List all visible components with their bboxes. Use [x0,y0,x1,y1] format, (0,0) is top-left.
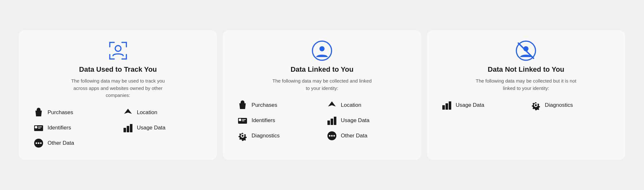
svg-point-13 [319,46,325,51]
track-items-grid: PurchasesLocationIdentifiersUsage DataOt… [30,107,206,148]
bar-chart-icon [123,123,133,133]
track-title: Data Used to Track You [79,65,157,74]
svg-rect-19 [331,119,333,125]
svg-rect-6 [127,126,129,132]
data-item-label-identifiers: Identifiers [48,125,71,131]
track-description: The following data may be used to track … [67,77,169,99]
svg-rect-3 [38,127,42,127]
svg-rect-28 [442,105,445,110]
svg-rect-17 [242,121,244,121]
data-item-diagnostics: Diagnostics [237,131,317,141]
data-item-label-usage-data: Usage Data [341,117,370,124]
bar-chart-icon [327,115,337,126]
svg-rect-16 [242,119,246,120]
ellipsis-icon [34,138,44,148]
track-icon [107,40,129,61]
card-track: Data Used to Track YouThe following data… [19,30,217,160]
card-linked: Data Linked to YouThe following data may… [223,30,421,160]
bar-chart-icon [442,100,452,110]
data-item-label-location: Location [137,109,157,116]
data-item-label-identifiers: Identifiers [251,117,275,124]
location-icon [123,107,133,118]
data-item-other-data: Other Data [34,138,113,148]
id-card-icon [34,123,44,133]
data-item-identifiers: Identifiers [34,123,113,133]
svg-rect-4 [38,128,41,128]
gear-icon [237,131,248,141]
id-card-icon [237,115,248,126]
svg-point-0 [115,46,121,51]
data-item-location: Location [327,100,407,110]
svg-point-9 [36,142,37,144]
card-not-linked: Data Not Linked to YouThe following data… [427,30,625,160]
svg-point-24 [333,135,335,137]
svg-point-22 [329,135,330,137]
bag-icon [237,100,248,110]
not-linked-title: Data Not Linked to You [488,65,564,74]
gear-icon [531,100,541,110]
data-item-identifiers: Identifiers [237,115,317,126]
linked-icon [312,40,332,61]
not-linked-items-grid: Usage DataDiagnostics [438,100,614,110]
svg-rect-5 [124,128,126,132]
data-item-label-other-data: Other Data [341,133,367,139]
svg-point-11 [40,142,42,144]
svg-rect-20 [334,117,336,125]
not-linked-icon [516,40,536,61]
svg-rect-18 [327,121,330,125]
location-icon [327,100,337,110]
data-item-usage-data: Usage Data [123,123,203,133]
data-item-label-usage-data: Usage Data [137,125,166,131]
data-item-diagnostics: Diagnostics [531,100,573,110]
data-item-purchases: Purchases [34,107,113,118]
linked-description: The following data may be collected and … [271,77,373,92]
data-item-label-purchases: Purchases [48,109,73,116]
data-item-label-diagnostics: Diagnostics [251,133,280,139]
svg-rect-15 [239,119,241,121]
ellipsis-icon [327,131,337,141]
data-item-usage-data: Usage Data [442,100,484,110]
data-item-location: Location [123,107,203,118]
data-item-label-usage-data: Usage Data [456,102,484,108]
svg-rect-29 [446,103,448,110]
svg-rect-30 [449,101,451,110]
bag-icon [34,107,44,118]
not-linked-description: The following data may be collected but … [475,77,577,92]
data-item-other-data: Other Data [327,131,407,141]
data-item-label-location: Location [341,102,361,108]
svg-point-23 [331,135,333,137]
data-item-usage-data: Usage Data [327,115,407,126]
svg-rect-2 [35,126,37,128]
svg-rect-7 [130,124,132,132]
data-item-label-diagnostics: Diagnostics [545,102,573,108]
cards-container: Data Used to Track YouThe following data… [19,30,625,160]
data-item-label-purchases: Purchases [251,102,277,108]
data-item-purchases: Purchases [237,100,317,110]
svg-point-10 [38,142,40,144]
linked-title: Data Linked to You [290,65,353,74]
linked-items-grid: PurchasesLocationIdentifiersUsage DataDi… [234,100,409,141]
data-item-label-other-data: Other Data [48,140,74,146]
